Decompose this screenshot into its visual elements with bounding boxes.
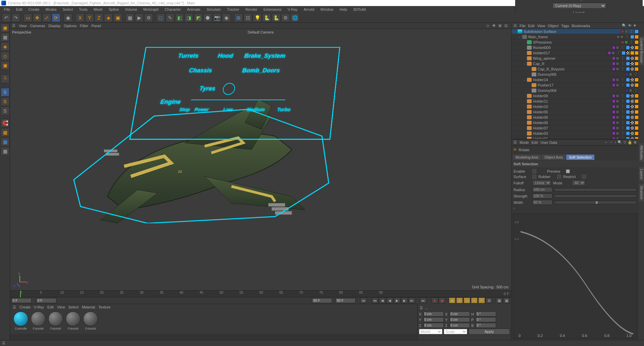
rot-h-input[interactable] [476,311,496,316]
sidetab-layers[interactable]: Layers [639,167,644,181]
cube-icon[interactable]: ▣ [113,13,122,22]
matmenu-edit[interactable]: Edit [47,305,54,309]
viewmenu-view[interactable]: View [19,24,27,28]
anim-mode2-button[interactable]: ▦ [503,297,510,303]
record-button[interactable]: ● [431,297,438,303]
hamburger-icon[interactable]: ☰ [12,23,15,28]
tag-b-icon[interactable] [630,35,634,39]
key-param-button[interactable]: P [478,297,485,303]
tag-o-icon[interactable] [635,78,639,82]
workplane2-icon[interactable]: ▦ [1,137,9,146]
menu-tools[interactable]: Tools [76,7,90,12]
key-scale-button[interactable]: ◫ [464,297,470,303]
menu-volume[interactable]: Volume [122,7,140,12]
pos-z-input[interactable] [424,323,444,328]
viewmenu-filter[interactable]: Filter [80,24,88,28]
tag-chk-icon[interactable] [630,56,634,60]
back-icon[interactable]: ← [604,140,608,145]
tag-o-icon[interactable] [635,121,639,125]
vp-nav2-icon[interactable]: ✥ [492,23,497,28]
menu-character[interactable]: Character [162,7,183,12]
menu-edit[interactable]: Edit [13,7,25,12]
workplane3-icon[interactable]: ▦ [1,147,9,156]
scale-tool[interactable]: ⤢ [42,13,51,22]
tag-chk-icon[interactable] [626,51,630,55]
visibility-flags[interactable] [625,73,632,76]
menu-spline[interactable]: Spline [106,7,122,12]
tag-b-icon[interactable] [635,30,639,34]
texture-mode-icon[interactable]: ▦ [1,33,9,42]
anim-mode1-button[interactable]: ▦ [496,297,502,303]
tag-chk-icon[interactable] [630,99,634,103]
object-Wing_spinner[interactable]: Wing_spinner⋮ [512,56,639,61]
recent-tool[interactable]: ◉ [64,13,72,22]
visibility-flags[interactable] [625,89,632,92]
visibility-flags[interactable] [612,67,619,71]
viewmenu-cameras[interactable]: Cameras [30,24,45,28]
rotate-tool[interactable]: ⟳ [52,13,60,22]
hamburger-icon[interactable]: ☰ [13,305,16,309]
object-Subdivision Surface[interactable]: -Subdivision Surface⋮ [512,29,639,34]
objmenu-file[interactable]: File [520,24,526,28]
pos-x-input[interactable] [424,311,444,316]
objmenu-edit[interactable]: Edit [528,24,535,28]
pos-y-input[interactable] [424,317,444,322]
material-3[interactable]: Futuristi [65,311,81,330]
tag-chk-icon[interactable] [630,121,634,125]
object-Holder14[interactable]: -Holder14⋮ [512,77,639,82]
size-x-input[interactable] [450,311,470,316]
preview-checkbox[interactable] [566,169,570,173]
visibility-flags[interactable] [612,94,619,98]
add-field-button[interactable]: ◩ [194,13,203,22]
tag-b-icon[interactable] [626,126,630,130]
tag-chk-icon[interactable] [630,62,634,66]
object-Holder10[interactable]: Holder10⋮ [512,104,639,109]
new-icon[interactable]: ⊕ [634,140,637,145]
width-input[interactable] [532,200,552,205]
object-Holder07[interactable]: Holder07⋮ [512,125,639,131]
tag-o-icon[interactable] [635,115,639,119]
matmenu-v-ray[interactable]: V-Ray [34,305,44,309]
tag-chk-icon[interactable] [630,105,634,109]
axis-icon[interactable]: └ [1,74,9,83]
object-XPressions[interactable]: XPressions⋮ [512,40,639,45]
hamburger-icon[interactable]: ☰ [514,140,517,145]
hud-bomb[interactable]: Bomb_Doors [242,67,280,74]
nodespace-select[interactable]: Current (V-Ray) [552,3,606,9]
gear-icon[interactable]: ⚙ [281,13,290,22]
tag-chk-icon[interactable] [630,94,634,98]
render-button[interactable]: ▶ [135,13,144,22]
objmenu-tags[interactable]: Tags [561,24,569,28]
visibility-flags[interactable] [612,100,619,103]
redo-button[interactable]: ↷ [11,13,20,22]
viewmenu-panel[interactable]: Panel [92,24,101,28]
hamburger-icon[interactable]: ☰ [514,23,517,28]
hud-hood[interactable]: Hood [217,53,233,59]
tag-b-icon[interactable] [622,51,626,55]
object-manager[interactable]: -Subdivision Surface⋮-Main_frame⋮XPressi… [512,29,639,139]
rot-b-input[interactable] [476,323,496,328]
tag-o-icon[interactable] [635,56,639,60]
coord-world-select[interactable]: World [419,329,442,334]
add-spline-button[interactable]: ✎ [166,13,174,22]
add-camera-button[interactable]: 📷 [213,13,221,22]
globe-icon[interactable]: 🌐 [290,13,299,22]
play-button[interactable]: ▶ [394,297,400,303]
expand-icon[interactable]: - [522,62,526,66]
menu-arnold[interactable]: Arnold [301,7,317,12]
tag-chk-icon[interactable] [630,137,634,140]
python-icon[interactable]: 🐍 [262,13,271,22]
light-icon[interactable]: 💡 [253,13,262,22]
strength-slider[interactable] [554,194,637,198]
hud-brake[interactable]: Brake_System [244,53,286,59]
visibility-flags[interactable] [612,105,619,108]
tag-o-icon[interactable] [635,67,639,71]
menu-extensions[interactable]: Extensions [261,7,284,12]
python2-icon[interactable]: 🐍 [272,13,280,22]
rot-p-input[interactable] [476,317,496,322]
add-cube-button[interactable]: ◻ [156,13,165,22]
grid-icon[interactable]: ⊞ [234,13,243,22]
viewmenu-display[interactable]: Display [48,24,60,28]
tag-b-icon[interactable] [626,110,630,114]
visibility-flags[interactable] [616,35,624,39]
